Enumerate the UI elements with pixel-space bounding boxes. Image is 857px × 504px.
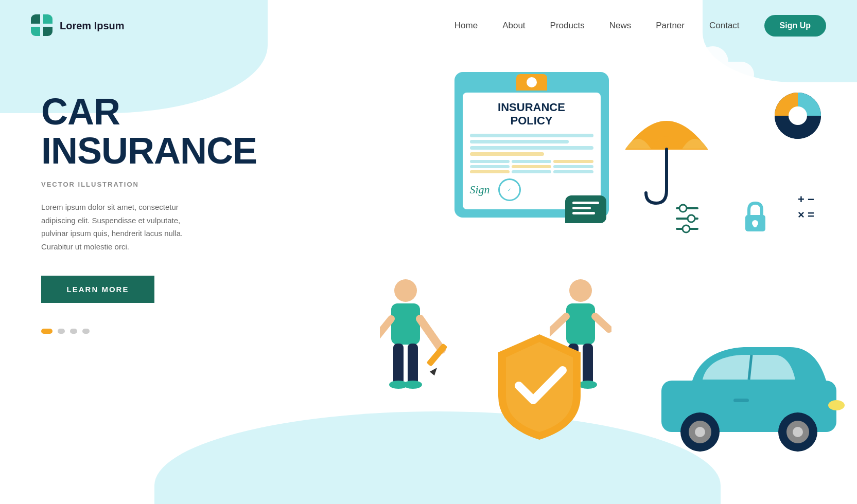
umbrella xyxy=(620,103,713,206)
svg-text:×  =: × = xyxy=(798,208,814,221)
svg-point-30 xyxy=(404,381,422,389)
policy-title: INSURANCE POLICY xyxy=(470,101,593,128)
nav-item-about[interactable]: About xyxy=(502,21,525,31)
dot-2[interactable] xyxy=(70,329,77,334)
svg-point-8 xyxy=(679,205,687,212)
hero-subtitle: VECTOR ILLUSTRATION xyxy=(41,181,190,188)
shield xyxy=(488,329,591,442)
person-signing xyxy=(380,278,447,432)
logo: Lorem Ipsum xyxy=(31,14,125,37)
svg-rect-28 xyxy=(408,344,418,385)
signature: Sign xyxy=(470,183,490,196)
header: Lorem Ipsum Home About Products News Par… xyxy=(0,0,857,51)
dot-3[interactable] xyxy=(82,329,90,334)
nav-item-home[interactable]: Home xyxy=(454,21,478,31)
svg-point-46 xyxy=(793,427,803,437)
policy-lines xyxy=(470,134,593,156)
nav-item-partner[interactable]: Partner xyxy=(656,21,685,31)
svg-line-23 xyxy=(420,319,442,350)
logo-quadrant-3 xyxy=(31,27,40,36)
logo-icon xyxy=(31,14,54,37)
dot-1[interactable] xyxy=(58,329,65,334)
svg-point-10 xyxy=(688,215,695,222)
lock-icon xyxy=(741,201,769,234)
svg-line-26 xyxy=(380,319,391,339)
svg-point-31 xyxy=(569,279,592,302)
clipboard-paper: INSURANCE POLICY xyxy=(463,93,601,209)
cloud-1 xyxy=(263,67,345,90)
nav-item-news[interactable]: News xyxy=(609,21,632,31)
main-nav: Home About Products News Partner Contact… xyxy=(454,15,826,37)
settings-icon xyxy=(672,201,703,237)
logo-quadrant-4 xyxy=(43,27,53,36)
svg-text:+  −: + − xyxy=(798,193,814,206)
svg-rect-22 xyxy=(391,303,420,345)
chat-bubble xyxy=(565,195,606,223)
hero-description: Lorem ipsum dolor sit amet, consectetur … xyxy=(41,201,190,253)
svg-point-21 xyxy=(394,279,417,302)
calculator-icon: + − × = xyxy=(795,190,831,231)
dot-active[interactable] xyxy=(41,329,53,334)
carousel-dots xyxy=(41,329,190,334)
learn-more-button[interactable]: LEARN MORE xyxy=(41,276,154,303)
svg-marker-25 xyxy=(429,366,439,375)
nav-item-contact[interactable]: Contact xyxy=(709,21,740,31)
svg-line-34 xyxy=(595,316,609,329)
svg-rect-18 xyxy=(754,223,757,227)
logo-quadrant-2 xyxy=(43,14,53,24)
svg-point-47 xyxy=(828,400,845,410)
cloud-2 xyxy=(651,62,754,87)
svg-rect-27 xyxy=(393,344,404,385)
stamp-seal: ✓ xyxy=(498,178,521,201)
pie-chart xyxy=(769,87,826,144)
nav-item-products[interactable]: Products xyxy=(550,21,585,31)
svg-point-6 xyxy=(789,106,807,125)
car xyxy=(651,329,847,453)
signup-button[interactable]: Sign Up xyxy=(764,15,826,37)
logo-quadrant-1 xyxy=(31,14,40,24)
brand-name: Lorem Ipsum xyxy=(60,20,125,32)
policy-table xyxy=(470,160,593,173)
clipboard-hole xyxy=(527,77,537,87)
hero-title: CAR INSURANCE xyxy=(41,93,190,170)
main-content: CAR INSURANCE VECTOR ILLUSTRATION Lorem … xyxy=(0,51,857,504)
svg-rect-48 xyxy=(733,399,749,402)
svg-point-12 xyxy=(683,225,690,232)
clipboard-clip xyxy=(516,74,547,91)
svg-point-43 xyxy=(695,427,705,437)
right-panel: INSURANCE POLICY xyxy=(221,51,857,504)
left-panel: CAR INSURANCE VECTOR ILLUSTRATION Lorem … xyxy=(0,51,221,504)
